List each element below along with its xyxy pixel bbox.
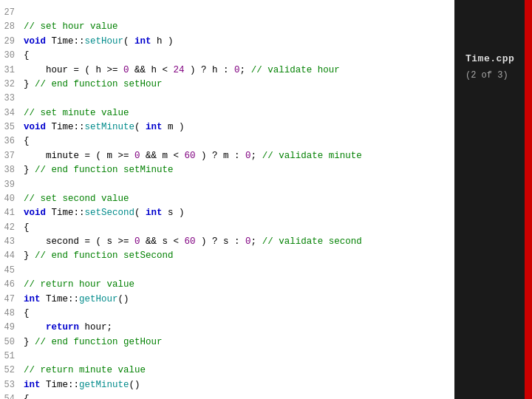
- table-row: 42{: [0, 221, 454, 235]
- line-number: 30: [0, 49, 21, 63]
- table-row: 41void Time::setSecond( int s ): [0, 206, 454, 220]
- table-row: 49 return hour;: [0, 321, 454, 335]
- line-number: 43: [0, 235, 21, 249]
- line-number: 34: [0, 106, 21, 120]
- line-content: {: [21, 134, 454, 149]
- table-row: 35void Time::setMinute( int m ): [0, 120, 454, 134]
- table-row: 51: [0, 349, 454, 364]
- code-editor: 27 28// set hour value29void Time::setHo…: [0, 0, 454, 399]
- table-row: 45: [0, 264, 454, 278]
- line-number: 35: [0, 120, 21, 134]
- table-row: 48{: [0, 307, 454, 321]
- line-content: } // end function setMinute: [21, 163, 454, 177]
- line-number: 29: [0, 35, 21, 49]
- line-content: {: [21, 307, 454, 321]
- line-content: {: [21, 392, 454, 399]
- line-content: {: [21, 49, 454, 63]
- line-number: 47: [0, 293, 21, 307]
- line-number: 40: [0, 192, 21, 206]
- table-row: 53int Time::getMinute(): [0, 378, 454, 392]
- line-content: hour = ( h >= 0 && h < 24 ) ? h : 0; // …: [21, 64, 454, 78]
- line-number: 42: [0, 221, 21, 235]
- line-number: 44: [0, 249, 21, 263]
- table-row: 52// return minute value: [0, 364, 454, 378]
- line-number: 33: [0, 92, 21, 106]
- table-row: 36{: [0, 134, 454, 149]
- line-number: 39: [0, 178, 21, 192]
- line-number: 41: [0, 206, 21, 220]
- line-number: 45: [0, 264, 21, 278]
- table-row: 39: [0, 178, 454, 192]
- line-content: [21, 349, 454, 364]
- line-number: 49: [0, 321, 21, 335]
- table-row: 44} // end function setSecond: [0, 249, 454, 263]
- line-number: 38: [0, 163, 21, 177]
- line-content: {: [21, 221, 454, 235]
- table-row: 37 minute = ( m >= 0 && m < 60 ) ? m : 0…: [0, 149, 454, 163]
- line-number: 54: [0, 392, 21, 399]
- table-row: 29void Time::setHour( int h ): [0, 35, 454, 49]
- table-row: 30{: [0, 49, 454, 63]
- table-row: 28// set hour value: [0, 20, 454, 34]
- line-number: 46: [0, 278, 21, 292]
- line-content: void Time::setSecond( int s ): [21, 206, 454, 220]
- line-content: // set second value: [21, 192, 454, 206]
- line-content: } // end function getHour: [21, 335, 454, 349]
- file-title: Time.cpp: [466, 53, 514, 64]
- line-number: 51: [0, 349, 21, 364]
- line-content: [21, 92, 454, 106]
- line-number: 27: [0, 6, 21, 20]
- scroll-indicator[interactable]: [525, 0, 532, 399]
- line-content: [21, 264, 454, 278]
- line-number: 32: [0, 78, 21, 92]
- line-content: [21, 6, 454, 20]
- line-number: 37: [0, 149, 21, 163]
- line-number: 50: [0, 335, 21, 349]
- table-row: 27: [0, 6, 454, 20]
- line-content: int Time::getHour(): [21, 293, 454, 307]
- line-content: int Time::getMinute(): [21, 378, 454, 392]
- line-content: // set hour value: [21, 20, 454, 34]
- line-number: 52: [0, 364, 21, 378]
- line-content: } // end function setHour: [21, 78, 454, 92]
- line-number: 31: [0, 64, 21, 78]
- table-row: 50} // end function getHour: [0, 335, 454, 349]
- table-row: 47int Time::getHour(): [0, 293, 454, 307]
- code-table: 27 28// set hour value29void Time::setHo…: [0, 6, 454, 399]
- table-row: 38} // end function setMinute: [0, 163, 454, 177]
- line-content: [21, 178, 454, 192]
- line-content: // return hour value: [21, 278, 454, 292]
- line-content: second = ( s >= 0 && s < 60 ) ? s : 0; /…: [21, 235, 454, 249]
- line-content: minute = ( m >= 0 && m < 60 ) ? m : 0; /…: [21, 149, 454, 163]
- line-content: return hour;: [21, 321, 454, 335]
- table-row: 46// return hour value: [0, 278, 454, 292]
- table-row: 33: [0, 92, 454, 106]
- line-number: 28: [0, 20, 21, 34]
- line-number: 53: [0, 378, 21, 392]
- table-row: 54{: [0, 392, 454, 399]
- page-indicator: (2 of 3): [466, 70, 508, 81]
- sidebar: Time.cpp (2 of 3): [454, 0, 532, 399]
- line-content: // return minute value: [21, 364, 454, 378]
- line-content: void Time::setHour( int h ): [21, 35, 454, 49]
- line-number: 48: [0, 307, 21, 321]
- line-content: void Time::setMinute( int m ): [21, 120, 454, 134]
- line-number: 36: [0, 134, 21, 149]
- table-row: 31 hour = ( h >= 0 && h < 24 ) ? h : 0; …: [0, 64, 454, 78]
- table-row: 32} // end function setHour: [0, 78, 454, 92]
- table-row: 34// set minute value: [0, 106, 454, 120]
- table-row: 43 second = ( s >= 0 && s < 60 ) ? s : 0…: [0, 235, 454, 249]
- line-content: // set minute value: [21, 106, 454, 120]
- line-content: } // end function setSecond: [21, 249, 454, 263]
- table-row: 40// set second value: [0, 192, 454, 206]
